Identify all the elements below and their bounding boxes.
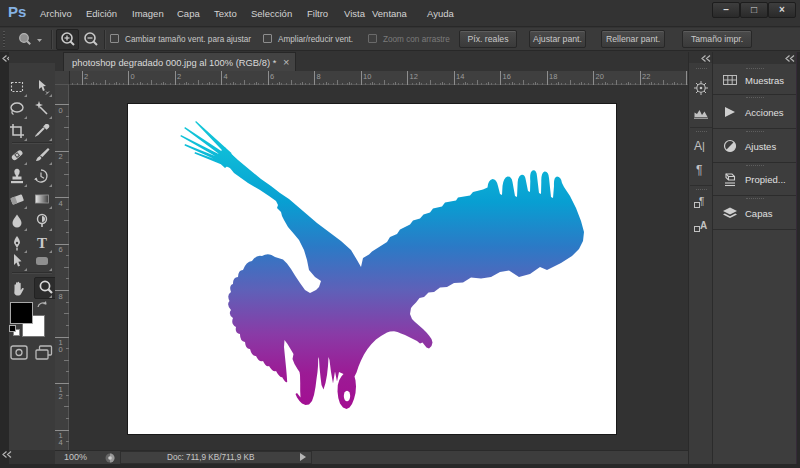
svg-text:T: T [37,235,47,251]
